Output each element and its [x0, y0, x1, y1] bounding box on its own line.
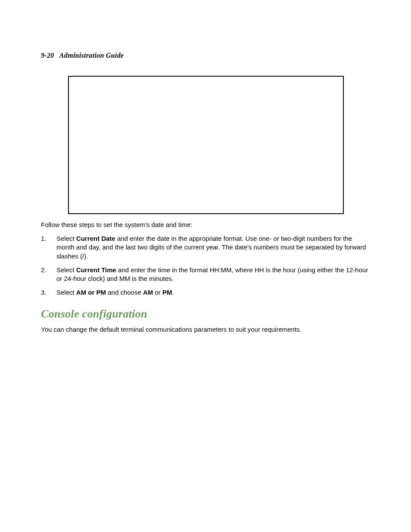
page-number: 9-20 — [41, 52, 54, 59]
step-item: Select AM or PM and choose AM or PM. — [41, 288, 370, 297]
section-heading: Console configuration — [41, 308, 370, 320]
step-item: Select Current Date and enter the date i… — [41, 234, 370, 261]
step-bold: Current Date — [76, 235, 115, 242]
page-title — [56, 52, 59, 59]
step-text: . — [172, 289, 174, 296]
section-body: You can change the default terminal comm… — [41, 325, 370, 334]
steps-list: Select Current Date and enter the date i… — [41, 234, 370, 297]
step-text: Select — [56, 235, 76, 242]
step-bold: AM or PM — [76, 289, 106, 296]
step-text: Select — [56, 266, 76, 274]
figure-placeholder — [68, 76, 344, 214]
step-bold: AM — [143, 289, 153, 296]
step-bold: Current Time — [76, 266, 116, 274]
step-text: and choose — [106, 289, 143, 296]
step-text: Select — [56, 289, 76, 296]
intro-text: Follow these steps to set the system's d… — [41, 220, 370, 229]
step-bold: PM — [162, 289, 172, 296]
guide-title: Administration Guide — [59, 52, 124, 59]
step-item: Select Current Time and enter the time i… — [41, 266, 370, 283]
step-text: or — [153, 289, 162, 296]
page-header: 9-20 Administration Guide — [41, 52, 370, 59]
